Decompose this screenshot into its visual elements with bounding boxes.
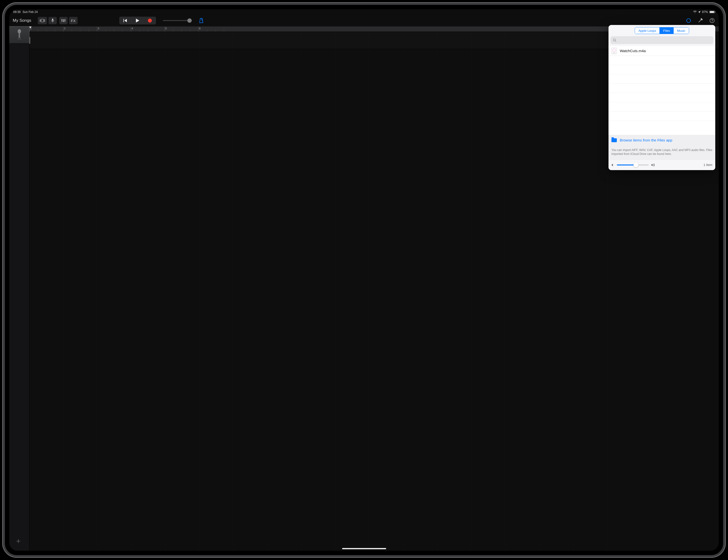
screen: 09:39 Sun Feb 24 87% My Songs bbox=[9, 9, 719, 551]
tab-files[interactable]: Files bbox=[659, 27, 673, 34]
file-search[interactable] bbox=[610, 36, 713, 44]
svg-point-14 bbox=[712, 22, 712, 22]
my-songs-button[interactable]: My Songs bbox=[13, 18, 31, 23]
location-icon bbox=[698, 11, 701, 13]
volume-high-icon bbox=[651, 163, 655, 167]
go-to-start-button[interactable] bbox=[119, 17, 131, 24]
preview-volume-knob[interactable] bbox=[633, 163, 638, 168]
svg-rect-2 bbox=[44, 20, 45, 22]
browser-footer: 1 Item bbox=[609, 159, 715, 170]
audio-file-icon bbox=[611, 48, 617, 54]
svg-rect-1 bbox=[41, 19, 44, 22]
browse-label: Browse items from the Files app bbox=[620, 138, 672, 142]
settings-button[interactable] bbox=[697, 17, 704, 24]
region-start-handle[interactable] bbox=[29, 37, 30, 44]
file-list[interactable]: WatchCuts.m4a bbox=[609, 46, 715, 135]
file-row[interactable]: WatchCuts.m4a bbox=[609, 46, 715, 56]
svg-point-8 bbox=[61, 19, 62, 20]
battery-pct: 87% bbox=[702, 10, 708, 14]
svg-rect-16 bbox=[19, 33, 20, 38]
svg-rect-4 bbox=[52, 22, 53, 22]
track-header-column bbox=[9, 26, 29, 551]
wifi-icon bbox=[693, 11, 697, 13]
tab-apple-loops[interactable]: Apple Loops bbox=[635, 27, 659, 34]
browser-tabs: Apple Loops Files Music bbox=[609, 25, 715, 36]
status-time: 09:39 bbox=[13, 10, 21, 14]
microphone-icon bbox=[16, 29, 23, 41]
tab-music[interactable]: Music bbox=[673, 27, 689, 34]
audio-track-header[interactable] bbox=[9, 26, 29, 44]
fx-button[interactable]: FX bbox=[69, 17, 78, 24]
record-button[interactable] bbox=[144, 17, 156, 24]
svg-point-12 bbox=[687, 19, 691, 23]
ruler-bar-marker: 3 bbox=[97, 26, 97, 32]
svg-rect-3 bbox=[52, 19, 53, 21]
home-indicator[interactable] bbox=[342, 548, 386, 549]
loop-browser-button[interactable] bbox=[685, 17, 692, 24]
ipad-frame: 09:39 Sun Feb 24 87% My Songs bbox=[5, 5, 723, 555]
volume-low-icon bbox=[611, 164, 614, 167]
svg-rect-0 bbox=[40, 20, 41, 22]
playhead[interactable] bbox=[29, 26, 31, 32]
ruler-bar-marker: 4 bbox=[131, 26, 131, 32]
transport-controls bbox=[119, 17, 156, 24]
master-volume-slider[interactable] bbox=[163, 20, 190, 21]
svg-rect-11 bbox=[123, 19, 124, 22]
master-volume-knob[interactable] bbox=[187, 18, 192, 23]
status-bar: 09:39 Sun Feb 24 87% bbox=[9, 9, 719, 15]
svg-point-15 bbox=[18, 29, 21, 33]
svg-point-17 bbox=[613, 39, 616, 41]
status-date: Sun Feb 24 bbox=[23, 10, 38, 14]
list-item bbox=[609, 56, 715, 65]
svg-point-10 bbox=[64, 20, 65, 21]
app-toolbar: My Songs FX bbox=[9, 15, 719, 26]
browse-files-app-button[interactable]: Browse items from the Files app bbox=[609, 135, 715, 146]
mic-input-button[interactable] bbox=[48, 17, 57, 24]
file-name: WatchCuts.m4a bbox=[620, 49, 646, 53]
add-track-button[interactable] bbox=[15, 537, 22, 545]
item-count: 1 Item bbox=[704, 163, 712, 167]
play-button[interactable] bbox=[131, 17, 144, 24]
ruler-bar-marker: 6 bbox=[198, 26, 199, 32]
import-help-text: You can import AIFF, WAV, CAF, Apple Loo… bbox=[609, 146, 715, 159]
track-controls-button[interactable] bbox=[59, 17, 68, 24]
preview-volume-slider[interactable] bbox=[617, 165, 649, 166]
battery-icon bbox=[709, 11, 715, 13]
svg-point-9 bbox=[63, 21, 64, 22]
help-button[interactable] bbox=[709, 17, 715, 24]
browser-toggle-button[interactable] bbox=[38, 17, 47, 24]
search-icon bbox=[613, 38, 616, 42]
loop-browser-popover: Apple Loops Files Music WatchCuts.m4a bbox=[609, 25, 715, 170]
file-search-input[interactable] bbox=[618, 38, 711, 42]
metronome-button[interactable] bbox=[198, 17, 204, 24]
folder-icon bbox=[611, 138, 617, 142]
